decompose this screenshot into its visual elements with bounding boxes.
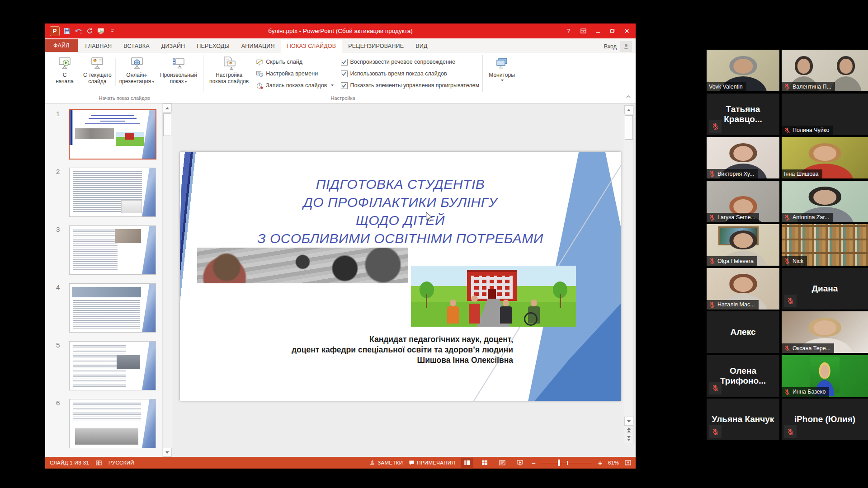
slide-number: 6 xyxy=(56,399,60,407)
slide-illustration-school[interactable] xyxy=(411,266,576,327)
collapse-ribbon-button[interactable] xyxy=(626,92,631,100)
zoom-slider-thumb[interactable] xyxy=(558,460,560,466)
slide-photo-students[interactable] xyxy=(197,248,408,283)
zoom-level[interactable]: 61% xyxy=(608,460,619,465)
notes-button[interactable]: ЗАМЕТКИ xyxy=(369,460,403,465)
thumbnail-scrollbar[interactable] xyxy=(162,103,172,457)
custom-slideshow-button[interactable]: Произвольный показ xyxy=(157,54,200,85)
participant-tile[interactable]: Алекс xyxy=(707,311,779,353)
participant-name-label: Antonina Zar... xyxy=(782,213,833,222)
slide-title[interactable]: ПІДГОТОВКА СТУДЕНТІВ ДО ПРОФІЛАКТИКИ БУЛ… xyxy=(198,175,603,248)
tab-slide-show[interactable]: ПОКАЗ СЛАЙДОВ xyxy=(281,40,342,52)
save-button[interactable] xyxy=(63,27,71,35)
participant-tile[interactable]: Olga Helevera xyxy=(707,224,779,266)
from-current-slide-button[interactable]: С текущего слайда xyxy=(80,54,114,85)
set-up-slideshow-icon xyxy=(222,56,237,72)
slide-thumbnail[interactable] xyxy=(69,341,156,390)
custom-slideshow-icon xyxy=(171,56,186,72)
slide-thumbnail[interactable] xyxy=(69,168,156,217)
zoom-slider[interactable] xyxy=(542,458,592,467)
checkbox-play-narrations[interactable]: Воспроизвести речевое сопровождение xyxy=(341,56,480,68)
thumbnail-row: 6 xyxy=(45,393,163,450)
titlebar[interactable]: P булінг.pptx - PowerPoint (Сбой активац… xyxy=(45,23,636,38)
tab-file[interactable]: ФАЙЛ xyxy=(45,39,78,52)
help-button[interactable]: ? xyxy=(562,26,575,37)
participant-tile[interactable]: Nick xyxy=(782,224,868,266)
thumbnail-list: 123456 xyxy=(45,103,163,457)
scroll-down-button[interactable] xyxy=(163,448,172,457)
participant-tile[interactable]: Інна Шишова xyxy=(782,137,868,178)
participant-tile[interactable]: Татьяна Кравцо... xyxy=(707,94,779,135)
tab-view[interactable]: ВИД xyxy=(410,40,433,52)
slide-sorter-view-button[interactable] xyxy=(479,458,491,468)
participant-tile[interactable]: Larysa Seme... xyxy=(707,181,779,222)
next-slide-button[interactable] xyxy=(627,434,631,443)
previous-slide-button[interactable] xyxy=(627,426,631,434)
participant-tile[interactable]: Наталія Мас... xyxy=(707,268,779,310)
thumbnail-row: 4 xyxy=(45,277,163,335)
participant-tile[interactable]: Vovk Valentin xyxy=(707,50,779,91)
window-title: булінг.pptx - PowerPoint (Сбой активации… xyxy=(45,28,636,34)
maximize-button[interactable] xyxy=(606,26,618,37)
participant-tile[interactable]: Antonina Zar... xyxy=(782,181,868,222)
scrollbar-thumb[interactable] xyxy=(163,113,171,136)
slide-thumbnail[interactable] xyxy=(69,109,156,160)
slide-thumbnail[interactable] xyxy=(69,399,156,448)
zoom-in-button[interactable]: + xyxy=(598,460,602,466)
undo-button[interactable] xyxy=(74,27,82,35)
comments-button[interactable]: ПРИМЕЧАНИЯ xyxy=(409,460,455,465)
group-separator xyxy=(482,55,483,92)
from-current-slide-icon xyxy=(90,56,105,72)
fit-slide-to-window-button[interactable] xyxy=(625,460,631,465)
ribbon-display-options-button[interactable] xyxy=(577,26,590,37)
set-up-slideshow-button[interactable]: Настройка показа слайдов xyxy=(207,54,251,85)
participant-tile[interactable]: Оксана Тере... xyxy=(782,311,868,353)
tab-insert[interactable]: ВСТАВКА xyxy=(118,40,155,52)
normal-view-button[interactable] xyxy=(461,458,473,468)
participant-tile[interactable]: Виктория Ху... xyxy=(707,137,779,178)
tab-review[interactable]: РЕЦЕНЗИРОВАНИЕ xyxy=(342,40,410,52)
participant-tile[interactable]: Ульяна Канчук xyxy=(707,399,779,440)
participant-tile[interactable]: Диана xyxy=(782,268,868,310)
monitors-icon xyxy=(494,56,509,72)
slide-author-block[interactable]: Кандидат педагогічних наук, доцент, доце… xyxy=(292,334,513,366)
scroll-up-button[interactable] xyxy=(163,103,172,113)
start-from-beginning-icon[interactable] xyxy=(97,27,105,35)
participant-tile[interactable]: Инна Базеко xyxy=(782,355,868,397)
language-indicator[interactable]: РУССКИЙ xyxy=(108,460,134,465)
qat-customize-button[interactable] xyxy=(108,27,116,35)
checkbox-use-timings[interactable]: Использовать время показа слайдов xyxy=(341,68,480,80)
scrollbar-thumb[interactable] xyxy=(625,115,633,140)
tab-animations[interactable]: АНИМАЦИЯ xyxy=(236,40,281,52)
reading-view-button[interactable] xyxy=(496,458,508,468)
slideshow-view-button[interactable] xyxy=(514,458,526,468)
rehearse-timings-button[interactable]: Настройка времени xyxy=(256,68,333,80)
slide-editor[interactable]: ПІДГОТОВКА СТУДЕНТІВ ДО ПРОФІЛАКТИКИ БУЛ… xyxy=(180,152,621,401)
tab-home[interactable]: ГЛАВНАЯ xyxy=(80,40,118,52)
redo-button[interactable] xyxy=(85,27,94,35)
sign-in[interactable]: Вход xyxy=(604,41,636,52)
record-slideshow-button[interactable]: Запись показа слайдов xyxy=(256,80,333,91)
participant-tile[interactable]: Валентина П... xyxy=(782,50,868,91)
zoom-out-button[interactable]: − xyxy=(532,460,536,466)
minimize-button[interactable] xyxy=(591,26,604,37)
spellcheck-icon[interactable] xyxy=(95,460,102,466)
tab-design[interactable]: ДИЗАЙН xyxy=(156,40,191,52)
from-beginning-button[interactable]: С начала xyxy=(49,54,80,85)
tab-transitions[interactable]: ПЕРЕХОДЫ xyxy=(191,40,236,52)
hide-slide-button[interactable]: Скрыть слайд xyxy=(256,56,333,68)
muted-mic-icon xyxy=(784,127,791,134)
participant-tile[interactable]: Полина Чуйко xyxy=(782,94,868,135)
monitors-button[interactable]: Мониторы xyxy=(486,54,518,82)
scroll-up-button[interactable] xyxy=(624,105,633,114)
close-button[interactable] xyxy=(620,26,633,37)
present-online-button[interactable]: Онлайн- презентация xyxy=(117,54,157,85)
participant-tile[interactable]: iPhone (Юлия) xyxy=(782,399,868,440)
slide-thumbnail[interactable] xyxy=(69,225,156,275)
checkbox-show-media-controls[interactable]: Показать элементы управления проигрывате… xyxy=(341,80,480,91)
slide-thumbnail[interactable] xyxy=(69,283,156,333)
scroll-down-button[interactable] xyxy=(624,417,633,426)
participant-name-label: Полина Чуйко xyxy=(782,126,833,135)
vertical-scrollbar[interactable] xyxy=(624,105,634,443)
participant-tile[interactable]: Олена Трифоно... xyxy=(707,355,779,397)
